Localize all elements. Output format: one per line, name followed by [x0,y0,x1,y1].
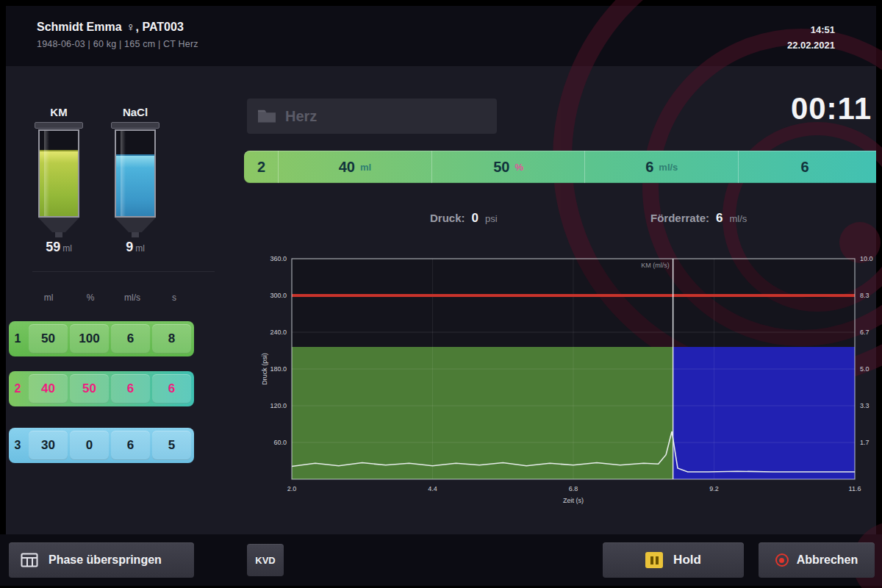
pressure-chart: 360.0300.0240.0180.0120.060.010.08.36.75… [292,259,855,479]
svg-text:10.0: 10.0 [860,255,873,262]
svg-text:60.0: 60.0 [273,439,287,446]
hold-label: Hold [673,553,701,567]
protocol-name: Herz [285,108,317,125]
record-icon [775,553,789,567]
current-phase-flow: 6ml/s [584,151,738,183]
syringe-cone [115,218,156,232]
phase-row-3[interactable]: 3 30 0 6 5 [9,428,194,463]
header-seconds: s [154,293,194,303]
svg-text:360.0: 360.0 [270,255,287,262]
cell-duration: 8 [152,324,191,354]
clock: 14:51 22.02.2021 [787,22,835,53]
patient-details: 1948-06-03 | 60 kg | 165 cm | CT Herz [37,39,198,49]
pressure-value: 0 [472,211,478,226]
svg-text:300.0: 300.0 [270,292,287,299]
cell-duration: 6 [152,374,191,404]
patient-info: Schmidt Emma♀, PAT003 1948-06-03 | 60 kg… [37,21,198,49]
pause-icon [645,552,663,568]
cell-duration: 5 [152,431,191,460]
svg-text:240.0: 240.0 [270,329,287,336]
patient-name-line: Schmidt Emma♀, PAT003 [37,21,198,34]
svg-text:11.6: 11.6 [849,485,861,492]
svg-text:Zeit (s): Zeit (s) [563,497,584,504]
svg-text:4.4: 4.4 [428,485,437,492]
pressure-label: Druck: [430,212,465,224]
cell-volume: 40 [29,374,68,404]
current-phase-volume: 40ml [278,151,431,183]
elapsed-timer: 00:11 [791,91,872,126]
glass-highlight [44,131,49,216]
phase-row-1[interactable]: 1 50 100 6 8 [9,321,194,356]
time-value: 14:51 [787,22,835,37]
kvd-label: KVD [255,555,275,566]
cell-volume: 50 [29,324,68,354]
skip-phase-label: Phase überspringen [49,553,162,567]
phase-number: 2 [9,374,26,404]
current-phase-duration: 6 [738,151,876,183]
current-phase-number: 2 [244,151,278,183]
nacl-volume: 9ml [112,240,159,255]
table-grid-icon [21,553,38,567]
km-volume-unit: ml [62,243,72,254]
svg-text:6.8: 6.8 [569,485,578,492]
nacl-syringe [115,122,156,237]
current-phase-percent: 50% [431,151,585,183]
svg-text:Druck (psi): Druck (psi) [261,353,268,385]
km-volume-value: 59 [46,240,60,254]
current-phase-bar: 2 40ml 50% 6ml/s 6 [244,151,876,183]
patient-id: , PAT003 [136,21,184,33]
syringe-body [38,129,79,218]
cancel-button[interactable]: Abbrechen [759,542,875,578]
km-syringe-label: KM [35,106,82,118]
nacl-syringe-label: NaCl [112,106,159,118]
kvd-button[interactable]: KVD [247,544,284,576]
svg-text:6.7: 6.7 [860,329,870,336]
km-syringe [38,122,79,237]
flowrate-value: 6 [716,211,723,226]
syringe-flange [35,122,83,129]
svg-text:5.0: 5.0 [860,365,870,373]
svg-text:3.3: 3.3 [860,402,870,409]
syringe-tip [55,232,62,237]
flowrate-label: Förderrate: [650,212,709,224]
skip-phase-button[interactable]: Phase überspringen [9,542,194,578]
svg-text:120.0: 120.0 [270,402,287,409]
folder-icon [257,109,276,123]
svg-text:9.2: 9.2 [709,485,719,492]
header-flow: ml/s [112,293,152,303]
svg-text:8.3: 8.3 [860,292,870,299]
cell-volume: 30 [29,431,68,460]
patient-name: Schmidt Emma [37,21,122,33]
glass-highlight [121,131,126,216]
svg-text:180.0: 180.0 [270,365,287,373]
syringe-tip [132,232,139,237]
header-ml: ml [29,293,68,303]
syringe-flange [111,122,159,129]
female-icon: ♀ [126,21,135,33]
cell-flow: 6 [111,374,150,404]
nacl-volume-unit: ml [135,243,145,254]
phase-number: 3 [9,431,26,460]
flowrate-status: Förderrate: 6 ml/s [650,211,747,226]
syringe-cone [38,218,79,232]
svg-text:KM (ml/s): KM (ml/s) [641,262,670,269]
cell-flow: 6 [111,324,150,354]
phase-table-header: ml % ml/s s [9,293,194,303]
cell-percent: 0 [70,431,109,460]
syringe-body [115,129,156,218]
svg-text:1.7: 1.7 [860,439,870,446]
phase-row-2-active[interactable]: 2 40 50 6 6 [9,371,194,406]
cell-percent: 50 [70,374,109,404]
svg-text:2.0: 2.0 [287,485,297,492]
km-volume: 59ml [35,240,82,255]
date-value: 22.02.2021 [787,37,835,53]
nacl-volume-value: 9 [126,240,133,254]
pressure-unit: psi [485,213,498,224]
protocol-button[interactable]: Herz [247,98,497,134]
cancel-label: Abbrechen [797,553,858,567]
pressure-status: Druck: 0 psi [430,211,498,226]
flowrate-unit: ml/s [730,213,747,224]
header-percent: % [71,293,110,303]
left-panel-divider [32,271,215,272]
hold-button[interactable]: Hold [603,542,744,578]
